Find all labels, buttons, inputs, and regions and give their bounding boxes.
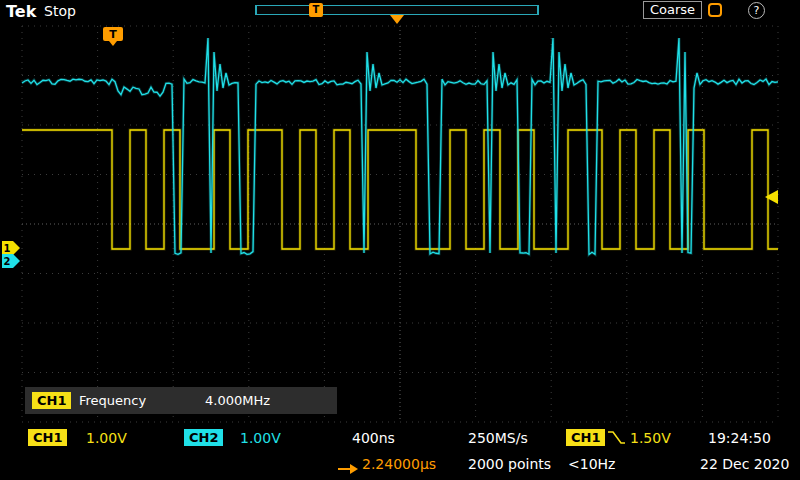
trigger-frequency-readout: <10Hz [568, 456, 615, 472]
measurement-box: CH1 Frequency 4.000MHz [25, 387, 337, 414]
date-readout: 22 Dec 2020 [700, 456, 789, 472]
measurement-value: 4.000MHz [205, 393, 270, 408]
record-length-readout: 2000 points [468, 456, 551, 472]
trigger-level-readout: 1.50V [630, 430, 671, 446]
ch2-ground-label: 2 [4, 256, 11, 267]
clock-time: 19:24:50 [708, 430, 771, 446]
ch1-trace [22, 130, 778, 249]
measurement-channel-badge: CH1 [32, 392, 71, 409]
delay-arrow-icon [338, 459, 358, 478]
help-icon[interactable]: ? [748, 2, 765, 19]
acquisition-status: Stop [44, 3, 76, 19]
ch1-badge: CH1 [28, 429, 67, 446]
ch1-scale-readout: 1.00V [86, 430, 127, 446]
tek-logo: Tek [6, 2, 36, 21]
knob-icon[interactable] [708, 3, 722, 17]
sample-rate-readout: 250MS/s [468, 430, 528, 446]
falling-edge-icon [606, 428, 626, 450]
oscilloscope-screen: T12 Tek Stop T Coarse ? CH1 Frequency 4.… [0, 0, 800, 480]
ch2-badge: CH2 [184, 429, 223, 446]
record-trigger-marker: T [309, 3, 323, 17]
ch1-ground-label: 1 [4, 243, 11, 254]
trigger-channel-badge: CH1 [566, 429, 605, 446]
measurement-name: Frequency [79, 393, 146, 408]
trigger-time-flag-stem [109, 41, 117, 46]
coarse-button[interactable]: Coarse [643, 1, 702, 19]
ch1-trace-glow [22, 130, 778, 249]
ch2-scale-readout: 1.00V [240, 430, 281, 446]
horizontal-record-bar: T [255, 5, 539, 15]
trigger-position-marker [390, 15, 404, 24]
timebase-readout: 400ns [352, 430, 395, 446]
horizontal-delay-readout: 2.24000µs [362, 456, 436, 472]
trigger-time-flag-label: T [109, 28, 117, 41]
